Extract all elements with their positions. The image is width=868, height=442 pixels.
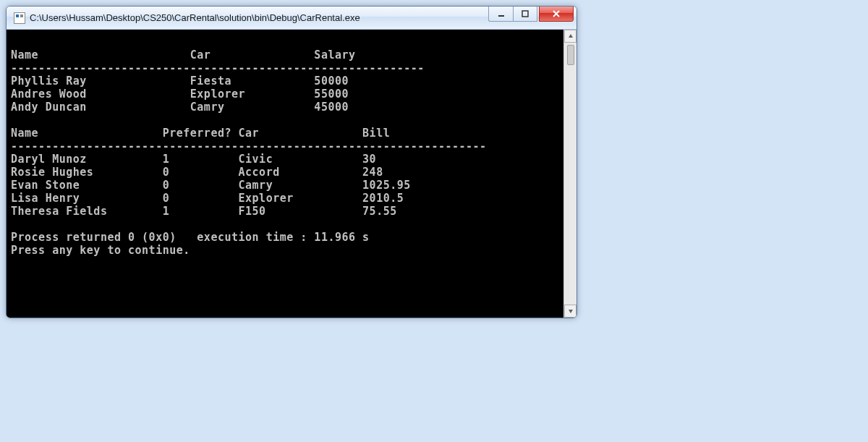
titlebar[interactable]: C:\Users\Hussam\Desktop\CS250\CarRental\… bbox=[7, 7, 576, 30]
close-button[interactable] bbox=[539, 6, 574, 22]
vertical-scrollbar[interactable] bbox=[563, 30, 576, 318]
console-window: C:\Users\Hussam\Desktop\CS250\CarRental\… bbox=[6, 6, 577, 318]
scroll-down-button[interactable] bbox=[564, 305, 576, 318]
minimize-button[interactable] bbox=[488, 6, 513, 22]
window-controls bbox=[488, 6, 574, 22]
app-icon bbox=[14, 12, 25, 24]
svg-rect-1 bbox=[522, 11, 528, 17]
console-output: Name Car Salary ------------------------… bbox=[7, 30, 563, 318]
scroll-up-button[interactable] bbox=[564, 30, 576, 43]
client-area: Name Car Salary ------------------------… bbox=[7, 30, 576, 318]
svg-rect-0 bbox=[498, 15, 504, 17]
window-title: C:\Users\Hussam\Desktop\CS250\CarRental\… bbox=[30, 12, 488, 23]
scroll-thumb[interactable] bbox=[567, 45, 574, 65]
scroll-track[interactable] bbox=[564, 43, 576, 305]
maximize-button[interactable] bbox=[513, 6, 537, 22]
